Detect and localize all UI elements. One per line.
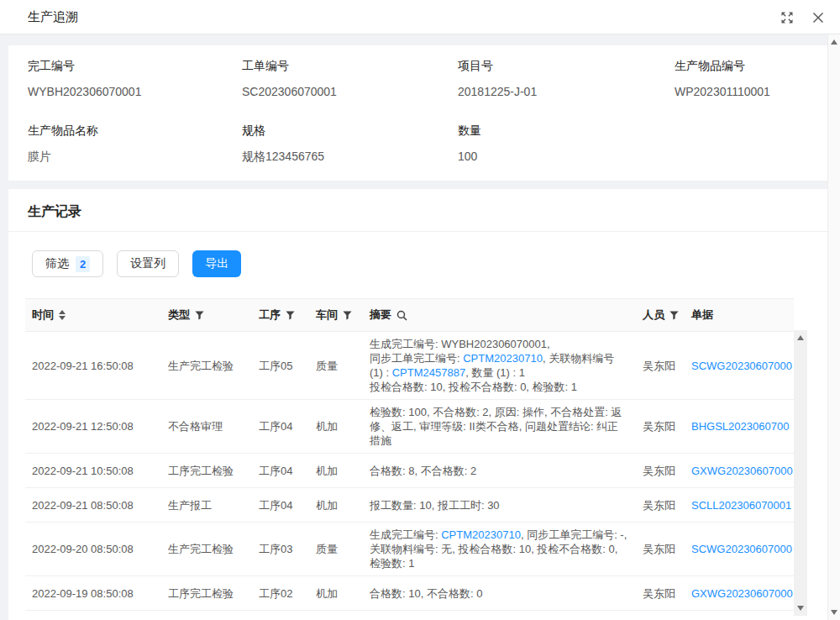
export-button-label: 导出 xyxy=(205,256,228,271)
table-row: 2022-09-21 16:50:08 生产完工检验 工序05 质量 生成完工编… xyxy=(25,332,794,400)
doc-link[interactable]: SCWG20230607000 xyxy=(691,360,792,372)
cell-summary: 生成完工编号: WYBH202306070001,同步工单完工编号: CPTM2… xyxy=(363,332,636,400)
cell-document: GXWG20230607000 xyxy=(685,454,794,488)
cell-process: 工序02 xyxy=(252,576,309,611)
table-row: 2022-09-20 08:50:08 生产完工检验 工序03 质量 生成完工编… xyxy=(25,523,794,576)
cell-time: 2022-09-19 08:50:08 xyxy=(25,611,161,620)
cell-summary: 合格数: 10, 不合格数: 0 xyxy=(363,576,636,611)
doc-link[interactable]: SCWG20230607000 xyxy=(691,543,792,555)
summary-link[interactable]: CPTM2457887 xyxy=(392,366,465,379)
modal-title: 生产追溯 xyxy=(28,9,78,25)
table-scrollbar[interactable] xyxy=(794,330,807,616)
cell-document: SCLL20230607000 xyxy=(685,611,794,620)
info-label: 规格 xyxy=(242,123,458,139)
sort-icon[interactable] xyxy=(59,310,66,320)
cell-document: SCLL202306070001 xyxy=(685,488,794,523)
cell-time: 2022-09-21 10:50:08 xyxy=(25,454,161,488)
scroll-down-icon[interactable] xyxy=(831,610,837,615)
info-value: 20181225-J-01 xyxy=(458,85,675,98)
cell-type: 不合格审理 xyxy=(161,400,252,454)
cell-workshop: 机加 xyxy=(309,488,363,523)
cell-document: SCWG20230607000 xyxy=(685,332,794,400)
cell-process: 工序04 xyxy=(252,488,309,523)
info-field: 工单编号 SC202306070001 xyxy=(242,59,458,98)
column-label: 时间 xyxy=(32,307,54,323)
cell-summary: 生成完工编号: CPTM20230710, 同步工单完工编号: -, 关联物料编… xyxy=(363,523,636,576)
cell-person: 吴东阳 xyxy=(636,611,685,620)
scroll-down-icon[interactable] xyxy=(797,606,804,611)
cell-type: 工序完工检验 xyxy=(161,454,252,488)
table-row: 2022-09-21 12:50:08 不合格审理 工序04 机加 检验数: 1… xyxy=(25,400,794,454)
column-process: 工序 xyxy=(252,299,309,332)
header-actions xyxy=(780,0,825,34)
doc-link[interactable]: BHGSL2023060700 xyxy=(691,420,789,433)
cell-document: SCWG20230607000 xyxy=(685,523,794,576)
column-label: 工序 xyxy=(259,307,281,323)
modal-scrollbar[interactable] xyxy=(827,34,840,620)
column-label: 类型 xyxy=(168,307,190,323)
cell-type: 生产报工 xyxy=(161,488,252,523)
cell-time: 2022-09-21 16:50:08 xyxy=(25,332,161,400)
scroll-up-icon[interactable] xyxy=(797,335,804,340)
info-field: 完工编号 WYBH202306070001 xyxy=(28,59,242,98)
cell-summary: 领料数量: 10, 领料仓库: 原料仓 xyxy=(363,611,636,620)
column-label: 人员 xyxy=(643,307,664,323)
modal-header: 生产追溯 xyxy=(0,0,840,34)
records-table: 时间 类型 工序 xyxy=(25,298,816,620)
funnel-icon[interactable] xyxy=(669,311,679,320)
cell-person: 吴东阳 xyxy=(636,332,685,400)
info-value: WYBH202306070001 xyxy=(28,85,242,98)
cell-process: 工序03 xyxy=(252,523,309,576)
cell-time: 2022-09-20 08:50:08 xyxy=(25,523,161,576)
scroll-up-icon[interactable] xyxy=(831,39,837,45)
fullscreen-icon[interactable] xyxy=(780,10,794,24)
table-row: 2022-09-19 08:50:08 工序完工检验 工序02 机加 合格数: … xyxy=(25,576,794,611)
magnifier-icon[interactable] xyxy=(396,310,407,321)
cell-workshop: 机加 xyxy=(309,611,363,620)
cell-process: 工序05 xyxy=(252,332,309,400)
funnel-icon[interactable] xyxy=(286,311,295,320)
table-row: 2022-09-21 08:50:08 生产报工 工序04 机加 报工数量: 1… xyxy=(25,488,794,523)
table-row: 2022-09-21 10:50:08 工序完工检验 工序04 机加 合格数: … xyxy=(25,454,794,488)
cell-workshop: 机加 xyxy=(309,400,363,454)
cell-process: 工序01 xyxy=(252,611,309,620)
cell-person: 吴东阳 xyxy=(636,488,685,523)
cell-person: 吴东阳 xyxy=(636,576,685,611)
set-columns-button[interactable]: 设置列 xyxy=(117,250,179,277)
records-card: 生产记录 筛选 2 设置列 导出 时间 xyxy=(8,189,827,620)
records-toolbar: 筛选 2 设置列 导出 xyxy=(8,250,827,277)
summary-link[interactable]: CPTM20230710 xyxy=(463,352,543,365)
filter-button-label: 筛选 xyxy=(45,256,69,271)
funnel-icon[interactable] xyxy=(343,311,352,320)
cell-workshop: 质量 xyxy=(309,332,363,400)
table-header: 时间 类型 工序 xyxy=(25,299,794,332)
info-field: 项目号 20181225-J-01 xyxy=(458,59,675,98)
close-icon[interactable] xyxy=(811,10,825,24)
info-label: 数量 xyxy=(458,123,675,139)
column-label: 车间 xyxy=(316,307,338,323)
info-value: 规格123456765 xyxy=(242,150,458,165)
cell-document: GXWG20230607000 xyxy=(685,576,794,611)
funnel-icon[interactable] xyxy=(195,311,204,320)
cell-person: 吴东阳 xyxy=(636,400,685,454)
export-button[interactable]: 导出 xyxy=(192,250,241,277)
column-workshop: 车间 xyxy=(309,299,363,332)
cell-type: 生产领料 xyxy=(161,611,252,620)
filter-button[interactable]: 筛选 2 xyxy=(32,250,103,277)
info-label: 生产物品编号 xyxy=(675,59,807,74)
info-field: 生产物品编号 WP202301110001 xyxy=(675,59,807,98)
cell-type: 生产完工检验 xyxy=(161,523,252,576)
cell-type: 工序完工检验 xyxy=(161,576,252,611)
info-field: 生产物品名称 膜片 xyxy=(28,123,242,165)
summary-link[interactable]: CPTM20230710 xyxy=(441,528,521,541)
info-value: SC202306070001 xyxy=(242,85,458,98)
doc-link[interactable]: SCLL202306070001 xyxy=(691,499,791,512)
column-time: 时间 xyxy=(25,299,161,332)
doc-link[interactable]: GXWG20230607000 xyxy=(691,465,793,477)
cell-summary: 合格数: 8, 不合格数: 2 xyxy=(363,454,636,488)
info-label: 工单编号 xyxy=(242,59,458,74)
cell-time: 2022-09-21 08:50:08 xyxy=(25,488,161,523)
info-value: 膜片 xyxy=(28,150,242,165)
doc-link[interactable]: GXWG20230607000 xyxy=(691,587,793,600)
cell-person: 吴东阳 xyxy=(636,454,685,488)
